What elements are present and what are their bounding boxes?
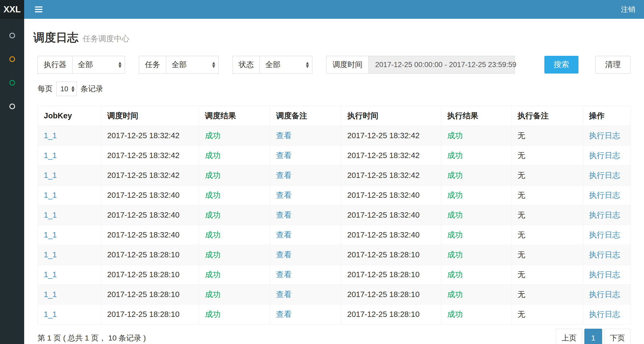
- clean-button[interactable]: 清理: [595, 56, 631, 74]
- trigger-msg-link[interactable]: 查看: [276, 290, 292, 299]
- trigger-msg-link[interactable]: 查看: [276, 250, 292, 259]
- executor-select[interactable]: 全部 ▲▼: [72, 56, 125, 74]
- status-filter-group: 状态 全部 ▲▼: [233, 56, 312, 74]
- trigger-result-cell: 成功: [199, 185, 270, 205]
- exec-log-link[interactable]: 执行日志: [589, 171, 620, 180]
- page-size-suffix: 条记录: [81, 84, 103, 94]
- select-stepper-icon: ▲▼: [71, 85, 74, 92]
- job-select[interactable]: 全部 ▲▼: [166, 56, 219, 74]
- handle-msg-cell: 无: [512, 126, 583, 146]
- trigger-result-cell: 成功: [199, 285, 270, 305]
- action-cell: 执行日志: [583, 205, 631, 225]
- trigger-result-cell: 成功: [199, 205, 270, 225]
- handle-time-cell: 2017-12-25 18:32:42: [341, 126, 441, 146]
- jobkey-link[interactable]: 1_1: [44, 270, 57, 279]
- trigger-msg-cell: 查看: [270, 225, 341, 245]
- table-row: 1_1 2017-12-25 18:32:40 成功 查看 2017-12-25…: [38, 225, 631, 245]
- logout-link[interactable]: 注销: [621, 5, 635, 14]
- time-filter-group: 调度时间 2017-12-25 00:00:00 - 2017-12-25 23…: [326, 56, 515, 74]
- handle-msg-cell: 无: [512, 225, 583, 245]
- table-row: 1_1 2017-12-25 18:28:10 成功 查看 2017-12-25…: [38, 305, 631, 324]
- time-range-input[interactable]: 2017-12-25 00:00:00 - 2017-12-25 23:59:5…: [368, 56, 515, 74]
- status-select[interactable]: 全部 ▲▼: [260, 56, 312, 74]
- exec-log-link[interactable]: 执行日志: [589, 191, 620, 199]
- handle-msg-cell: 无: [512, 305, 583, 324]
- hamburger-bar: [35, 6, 42, 8]
- jobkey-cell: 1_1: [38, 285, 101, 305]
- hamburger-bar: [35, 9, 42, 10]
- circle-icon: [9, 33, 15, 38]
- handle-result-cell: 成功: [441, 146, 512, 166]
- trigger-msg-cell: 查看: [270, 285, 341, 305]
- table-header-row: JobKey 调度时间 调度结果 调度备注 执行时间 执行结果 执行备注 操作: [38, 106, 631, 126]
- handle-msg-cell: 无: [512, 166, 583, 185]
- handle-time-cell: 2017-12-25 18:32:42: [341, 146, 441, 166]
- table-row: 1_1 2017-12-25 18:32:42 成功 查看 2017-12-25…: [38, 166, 631, 185]
- log-table: JobKey 调度时间 调度结果 调度备注 执行时间 执行结果 执行备注 操作 …: [38, 106, 631, 324]
- sidebar-item-menu-3[interactable]: [0, 71, 24, 94]
- trigger-msg-cell: 查看: [270, 245, 341, 265]
- sidebar-item-menu-4[interactable]: [0, 94, 24, 118]
- trigger-msg-cell: 查看: [270, 166, 341, 185]
- jobkey-link[interactable]: 1_1: [44, 191, 57, 199]
- next-page-button[interactable]: 下页: [604, 329, 631, 344]
- search-button[interactable]: 搜索: [544, 56, 578, 74]
- sidebar-item-menu-2[interactable]: [0, 47, 24, 71]
- sidebar-toggle-icon[interactable]: [32, 4, 45, 15]
- trigger-msg-link[interactable]: 查看: [276, 131, 292, 140]
- exec-log-link[interactable]: 执行日志: [589, 250, 620, 259]
- page-header: 调度日志任务调度中心: [33, 19, 631, 45]
- jobkey-link[interactable]: 1_1: [44, 211, 57, 219]
- trigger-msg-link[interactable]: 查看: [276, 230, 292, 239]
- prev-page-button[interactable]: 上页: [556, 329, 582, 344]
- exec-log-link[interactable]: 执行日志: [589, 310, 620, 319]
- trigger-time-cell: 2017-12-25 18:28:10: [101, 285, 199, 305]
- jobkey-link[interactable]: 1_1: [44, 250, 57, 259]
- trigger-msg-link[interactable]: 查看: [276, 191, 292, 199]
- jobkey-link[interactable]: 1_1: [44, 230, 57, 239]
- trigger-time-cell: 2017-12-25 18:28:10: [101, 305, 199, 324]
- exec-log-link[interactable]: 执行日志: [589, 230, 620, 239]
- exec-log-link[interactable]: 执行日志: [589, 131, 620, 140]
- hamburger-bar: [35, 11, 42, 12]
- trigger-msg-link[interactable]: 查看: [276, 310, 292, 319]
- header-handle-time: 执行时间: [341, 106, 441, 126]
- trigger-msg-link[interactable]: 查看: [276, 171, 292, 180]
- trigger-msg-cell: 查看: [270, 265, 341, 285]
- handle-result-cell: 成功: [441, 185, 512, 205]
- exec-log-link[interactable]: 执行日志: [589, 151, 620, 160]
- circle-icon: [9, 104, 15, 109]
- exec-log-link[interactable]: 执行日志: [589, 211, 620, 219]
- page-size-select[interactable]: 10 ▲▼: [56, 82, 77, 96]
- jobkey-link[interactable]: 1_1: [44, 290, 57, 299]
- handle-result-cell: 成功: [441, 166, 512, 185]
- app-logo[interactable]: XXL: [0, 0, 24, 19]
- jobkey-link[interactable]: 1_1: [44, 151, 57, 160]
- jobkey-link[interactable]: 1_1: [44, 310, 57, 319]
- handle-time-cell: 2017-12-25 18:28:10: [341, 285, 441, 305]
- page-size-row: 每页 10 ▲▼ 条记录: [38, 82, 631, 96]
- sidebar-item-menu-1[interactable]: [0, 24, 24, 47]
- jobkey-link[interactable]: 1_1: [44, 171, 57, 180]
- exec-log-link[interactable]: 执行日志: [589, 290, 620, 299]
- exec-log-link[interactable]: 执行日志: [589, 270, 620, 279]
- jobkey-cell: 1_1: [38, 305, 101, 324]
- pagination: 上页 1 下页: [556, 329, 631, 344]
- trigger-time-cell: 2017-12-25 18:32:40: [101, 185, 199, 205]
- status-select-value: 全部: [265, 60, 280, 70]
- trigger-msg-link[interactable]: 查看: [276, 211, 292, 219]
- jobkey-cell: 1_1: [38, 205, 101, 225]
- action-cell: 执行日志: [583, 185, 631, 205]
- trigger-msg-link[interactable]: 查看: [276, 151, 292, 160]
- action-cell: 执行日志: [583, 285, 631, 305]
- sidebar-menu: [0, 19, 24, 344]
- time-filter-label: 调度时间: [326, 56, 368, 74]
- log-table-body: 1_1 2017-12-25 18:32:42 成功 查看 2017-12-25…: [38, 126, 631, 324]
- jobkey-cell: 1_1: [38, 265, 101, 285]
- main-content: 调度日志任务调度中心 执行器 全部 ▲▼ 任务 全部 ▲▼ 状态 全部 ▲▼: [24, 0, 644, 344]
- current-page-button[interactable]: 1: [584, 329, 602, 344]
- jobkey-link[interactable]: 1_1: [44, 131, 57, 140]
- trigger-msg-link[interactable]: 查看: [276, 270, 292, 279]
- header-trigger-msg: 调度备注: [270, 106, 341, 126]
- handle-time-cell: 2017-12-25 18:28:10: [341, 265, 441, 285]
